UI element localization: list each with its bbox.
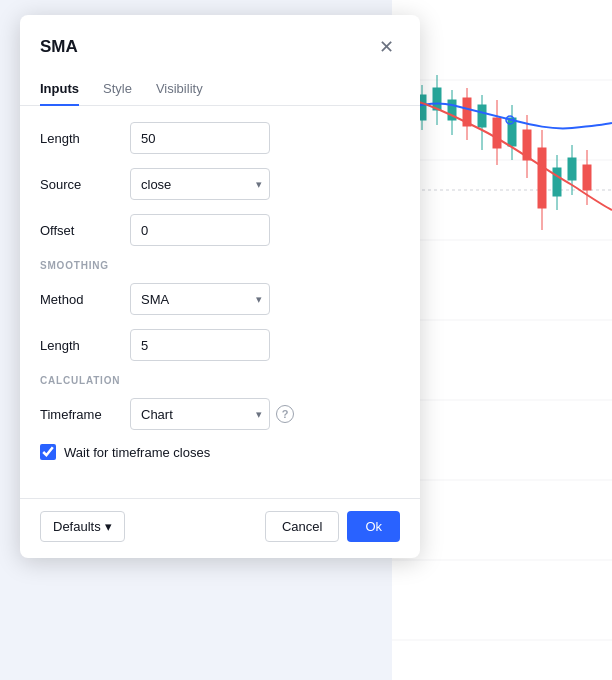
dialog-content: Length Source close open high low hl2 hl… bbox=[20, 106, 420, 490]
offset-row: Offset bbox=[40, 214, 400, 246]
svg-rect-32 bbox=[568, 158, 576, 180]
source-select-wrapper: close open high low hl2 hlc3 ohlc4 ▾ bbox=[130, 168, 270, 200]
tab-style[interactable]: Style bbox=[103, 73, 132, 106]
defaults-label: Defaults bbox=[53, 519, 101, 534]
wait-checkbox-label[interactable]: Wait for timeframe closes bbox=[64, 445, 210, 460]
close-icon: ✕ bbox=[379, 38, 394, 56]
method-row: Method SMA EMA SMMA (RMA) WMA VWMA ▾ bbox=[40, 283, 400, 315]
smoothing-length-row: Length bbox=[40, 329, 400, 361]
timeframe-select-wrapper: Chart 1m 5m 15m 1h 4h 1D ▾ bbox=[130, 398, 270, 430]
defaults-button[interactable]: Defaults ▾ bbox=[40, 511, 125, 542]
svg-rect-34 bbox=[583, 165, 591, 190]
method-label: Method bbox=[40, 292, 130, 307]
footer-actions: Cancel Ok bbox=[265, 511, 400, 542]
svg-rect-20 bbox=[478, 105, 486, 127]
timeframe-row: Timeframe Chart 1m 5m 15m 1h 4h 1D bbox=[40, 398, 400, 430]
defaults-chevron-icon: ▾ bbox=[105, 519, 112, 534]
chart-background bbox=[392, 0, 612, 680]
offset-input[interactable] bbox=[130, 214, 270, 246]
ok-button[interactable]: Ok bbox=[347, 511, 400, 542]
wait-checkbox-row: Wait for timeframe closes bbox=[40, 444, 400, 460]
method-select[interactable]: SMA EMA SMMA (RMA) WMA VWMA bbox=[130, 283, 270, 315]
tab-inputs[interactable]: Inputs bbox=[40, 73, 79, 106]
tab-visibility[interactable]: Visibility bbox=[156, 73, 203, 106]
close-button[interactable]: ✕ bbox=[372, 33, 400, 61]
smoothing-heading: SMOOTHING bbox=[40, 260, 400, 271]
source-row: Source close open high low hl2 hlc3 ohlc… bbox=[40, 168, 400, 200]
calculation-section: CALCULATION Timeframe Chart 1m 5m 15m 1h bbox=[40, 375, 400, 460]
dialog-header: SMA ✕ bbox=[20, 15, 420, 61]
calculation-heading: CALCULATION bbox=[40, 375, 400, 386]
offset-label: Offset bbox=[40, 223, 130, 238]
timeframe-help-icon[interactable]: ? bbox=[276, 405, 294, 423]
source-select[interactable]: close open high low hl2 hlc3 ohlc4 bbox=[130, 168, 270, 200]
wait-checkbox[interactable] bbox=[40, 444, 56, 460]
smoothing-length-input[interactable] bbox=[130, 329, 270, 361]
timeframe-controls: Chart 1m 5m 15m 1h 4h 1D ▾ ? bbox=[130, 398, 294, 430]
smoothing-section: SMOOTHING Method SMA EMA SMMA (RMA) WMA … bbox=[40, 260, 400, 361]
smoothing-length-label: Length bbox=[40, 338, 130, 353]
svg-rect-30 bbox=[553, 168, 561, 196]
source-label: Source bbox=[40, 177, 130, 192]
svg-rect-22 bbox=[493, 118, 501, 148]
length-input[interactable] bbox=[130, 122, 270, 154]
length-label: Length bbox=[40, 131, 130, 146]
svg-rect-28 bbox=[538, 148, 546, 208]
timeframe-label: Timeframe bbox=[40, 407, 130, 422]
method-select-wrapper: SMA EMA SMMA (RMA) WMA VWMA ▾ bbox=[130, 283, 270, 315]
dialog-footer: Defaults ▾ Cancel Ok bbox=[20, 498, 420, 558]
timeframe-select[interactable]: Chart 1m 5m 15m 1h 4h 1D bbox=[130, 398, 270, 430]
sma-dialog: SMA ✕ Inputs Style Visibility Length Sou… bbox=[20, 15, 420, 558]
cancel-button[interactable]: Cancel bbox=[265, 511, 339, 542]
dialog-title: SMA bbox=[40, 37, 78, 57]
svg-rect-24 bbox=[508, 118, 516, 146]
tab-bar: Inputs Style Visibility bbox=[20, 73, 420, 106]
length-row: Length bbox=[40, 122, 400, 154]
